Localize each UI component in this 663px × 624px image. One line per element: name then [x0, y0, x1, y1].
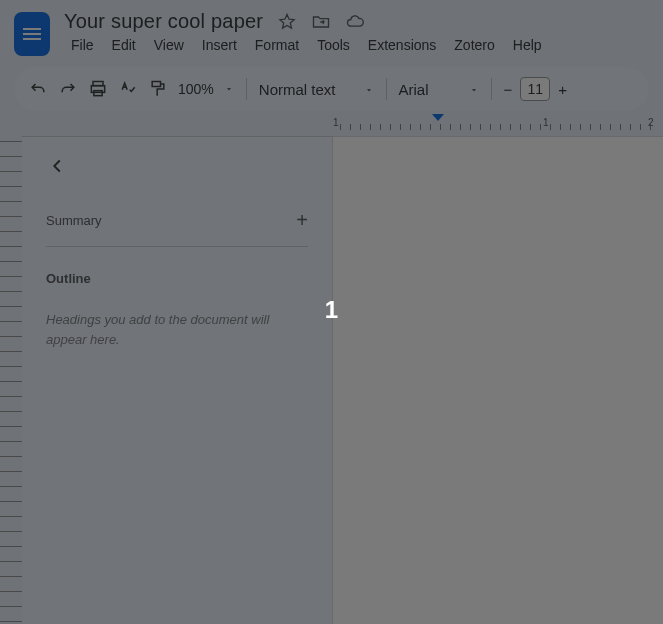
page-number-hud: 1: [325, 296, 338, 324]
